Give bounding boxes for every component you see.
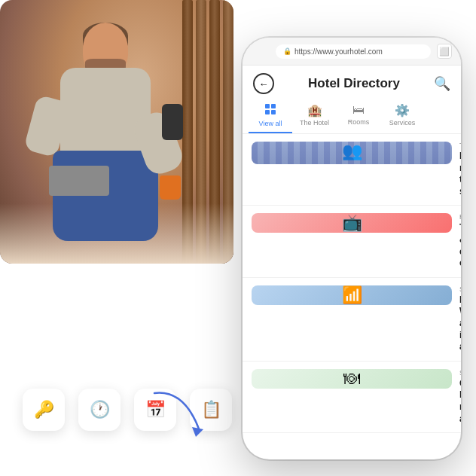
list-item[interactable]: 👥 The Hotel Portraits of management team… bbox=[243, 134, 461, 206]
clock-icon-box[interactable]: 🕐 bbox=[78, 389, 121, 431]
hotel-icon: 🏨 bbox=[307, 103, 322, 117]
svg-rect-4 bbox=[271, 110, 276, 114]
item-info-3: Services Free Wi-Fi and internet access bbox=[459, 285, 461, 353]
url-text: https://www.yourhotel.com bbox=[294, 47, 383, 56]
lock-icon: 🔒 bbox=[283, 47, 291, 55]
person-figure bbox=[23, 23, 188, 241]
item-title-1: Portraits of management team and staff bbox=[459, 151, 461, 197]
phone-shell: 🔒 https://www.yourhotel.com ⬜ ← Hotel Di… bbox=[243, 38, 461, 459]
browser-tab-icon[interactable]: ⬜ bbox=[437, 44, 452, 59]
services-icon: ⚙️ bbox=[395, 103, 410, 117]
tab-view-all-label: View all bbox=[259, 120, 282, 127]
clock-icon: 🕐 bbox=[90, 400, 110, 420]
item-title-3: Free Wi-Fi and internet access bbox=[459, 294, 461, 353]
legs bbox=[53, 151, 158, 241]
key-icon: 🔑 bbox=[34, 400, 54, 420]
tab-services-label: Services bbox=[389, 119, 416, 127]
tab-bar: View all 🏨 The Hotel 🛏 Rooms ⚙️ Services bbox=[243, 99, 461, 134]
back-arrow-icon: ← bbox=[259, 78, 269, 90]
tab-view-all[interactable]: View all bbox=[249, 99, 292, 133]
rooms-icon: 🛏 bbox=[352, 103, 365, 117]
tab-rooms[interactable]: 🛏 Rooms bbox=[337, 99, 380, 133]
phone-in-hand bbox=[162, 104, 183, 140]
item-info-4: Services Opening hours of restaurant and… bbox=[459, 369, 461, 425]
content-list: 👥 The Hotel Portraits of management team… bbox=[243, 134, 461, 459]
page-title: Hotel Directory bbox=[308, 76, 400, 91]
back-button[interactable]: ← bbox=[253, 73, 274, 94]
tv-emoji: 📺 bbox=[342, 213, 362, 233]
item-category-3: Services bbox=[459, 285, 461, 293]
tab-services[interactable]: ⚙️ Services bbox=[380, 99, 424, 133]
view-all-icon bbox=[264, 103, 276, 118]
wifi-emoji: 📶 bbox=[342, 285, 362, 305]
item-category-1: The Hotel bbox=[459, 142, 461, 149]
list-item[interactable]: 📶 Services Free Wi-Fi and internet acces… bbox=[243, 278, 461, 362]
list-item[interactable]: 🍽 Services Opening hours of restaurant a… bbox=[243, 362, 461, 433]
svg-marker-0 bbox=[192, 427, 203, 437]
arrow-decoration bbox=[147, 386, 215, 438]
app-header: ← Hotel Directory 🔍 bbox=[243, 66, 461, 99]
phone-device: 🔒 https://www.yourhotel.com ⬜ ← Hotel Di… bbox=[243, 38, 461, 459]
item-category-2: Rooms bbox=[459, 213, 461, 221]
item-thumbnail-2: 📺 bbox=[252, 213, 452, 233]
item-category-4: Services bbox=[459, 369, 461, 377]
svg-rect-2 bbox=[271, 104, 276, 108]
food-emoji: 🍽 bbox=[343, 369, 360, 389]
tab-the-hotel[interactable]: 🏨 The Hotel bbox=[292, 99, 337, 133]
search-button[interactable]: 🔍 bbox=[434, 75, 450, 92]
item-thumbnail-1: 👥 bbox=[252, 142, 452, 164]
mug bbox=[160, 175, 181, 200]
svg-rect-3 bbox=[265, 110, 270, 114]
item-info-1: The Hotel Portraits of management team a… bbox=[459, 142, 461, 197]
item-thumbnail-3: 📶 bbox=[252, 285, 452, 305]
people-emoji: 👥 bbox=[342, 142, 362, 161]
item-thumbnail-4: 🍽 bbox=[252, 369, 452, 389]
tab-rooms-label: Rooms bbox=[348, 118, 370, 126]
browser-url-bar[interactable]: 🔒 https://www.yourhotel.com bbox=[276, 44, 431, 59]
list-item[interactable]: 📺 Rooms TV guide & channel overview bbox=[243, 206, 461, 277]
background-photo bbox=[0, 0, 233, 264]
item-title-4: Opening hours of restaurant and bars bbox=[459, 378, 461, 425]
svg-rect-1 bbox=[265, 104, 270, 108]
key-icon-box[interactable]: 🔑 bbox=[23, 389, 65, 431]
laptop bbox=[49, 166, 109, 196]
browser-bar: 🔒 https://www.yourhotel.com ⬜ bbox=[243, 38, 461, 66]
item-info-2: Rooms TV guide & channel overview bbox=[459, 213, 461, 269]
item-title-2: TV guide & channel overview bbox=[459, 222, 461, 269]
tab-hotel-label: The Hotel bbox=[300, 119, 329, 127]
